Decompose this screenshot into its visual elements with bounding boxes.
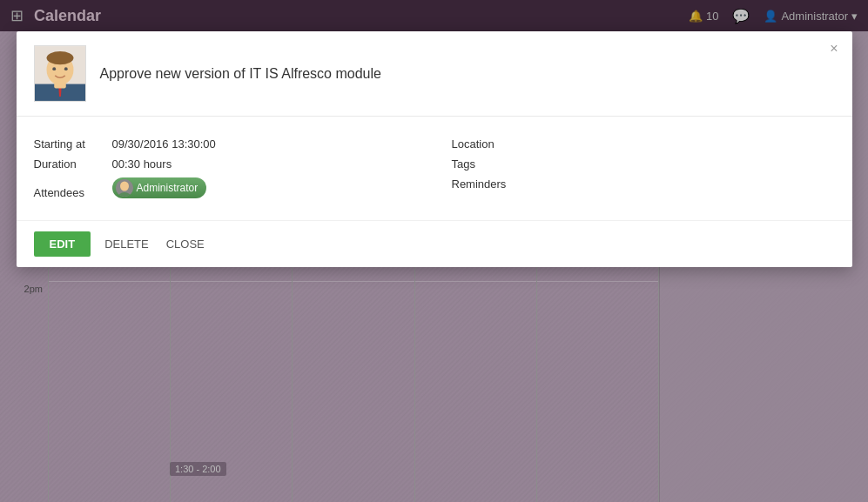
- modal-header: Approve new version of IT IS Alfresco mo…: [17, 31, 852, 117]
- delete-button[interactable]: DELETE: [101, 231, 152, 257]
- reminders-label: Reminders: [452, 177, 530, 191]
- starting-at-row: Starting at 09/30/2016 13:30:00: [34, 137, 417, 151]
- svg-point-9: [120, 182, 129, 191]
- modal-overlay: Approve new version of IT IS Alfresco mo…: [0, 0, 868, 502]
- tags-row: Tags: [452, 157, 835, 171]
- location-label: Location: [452, 137, 530, 151]
- svg-point-5: [46, 51, 73, 64]
- modal-footer: EDIT DELETE CLOSE: [17, 220, 852, 267]
- modal-body: Starting at 09/30/2016 13:30:00 Duration…: [17, 117, 852, 220]
- avatar: [34, 45, 86, 102]
- starting-at-value: 09/30/2016 13:30:00: [112, 137, 216, 151]
- location-row: Location: [452, 137, 835, 151]
- attendees-row: Attendees Administrator: [34, 177, 417, 199]
- attendees-label: Attendees: [34, 186, 112, 199]
- duration-row: Duration 00:30 hours: [34, 157, 417, 171]
- reminders-row: Reminders: [452, 177, 835, 191]
- duration-label: Duration: [34, 157, 112, 171]
- duration-value: 00:30 hours: [112, 157, 172, 171]
- event-detail-modal: Approve new version of IT IS Alfresco mo…: [17, 31, 852, 267]
- tags-label: Tags: [452, 157, 530, 171]
- edit-button[interactable]: EDIT: [34, 231, 91, 257]
- right-detail-column: Location Tags Reminders: [452, 137, 835, 199]
- svg-point-7: [64, 67, 67, 70]
- modal-title: Approve new version of IT IS Alfresco mo…: [100, 66, 381, 82]
- attendee-avatar: [116, 179, 133, 197]
- svg-point-6: [52, 67, 56, 70]
- starting-at-label: Starting at: [34, 137, 112, 151]
- left-detail-column: Starting at 09/30/2016 13:30:00 Duration…: [34, 137, 417, 199]
- attendee-badge[interactable]: Administrator: [112, 177, 207, 198]
- close-button[interactable]: CLOSE: [163, 231, 208, 257]
- attendee-name: Administrator: [137, 182, 198, 194]
- modal-close-button[interactable]: ×: [830, 42, 838, 56]
